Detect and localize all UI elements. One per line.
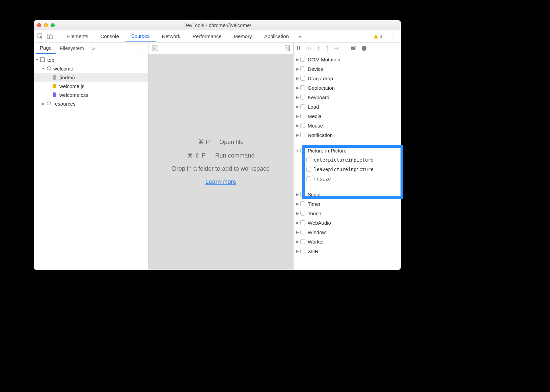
- checkbox[interactable]: [306, 167, 311, 172]
- tree-node-index[interactable]: (index): [34, 73, 148, 82]
- svg-rect-8: [297, 46, 298, 50]
- tab-elements[interactable]: Elements: [61, 30, 94, 42]
- checkbox[interactable]: [300, 220, 305, 225]
- show-debugger-icon[interactable]: [284, 46, 290, 51]
- tree-node-welcomecss[interactable]: welcome.css: [34, 90, 148, 99]
- event-listener-breakpoints[interactable]: ▶DOM Mutation ▶Device ▶Drag / drop ▶Geol…: [294, 54, 401, 270]
- checkbox[interactable]: [300, 95, 305, 100]
- subtabs-overflow[interactable]: »: [88, 43, 97, 54]
- warning-icon: [374, 34, 378, 38]
- event-category[interactable]: ▶DOM Mutation: [294, 55, 401, 64]
- step-over-icon[interactable]: [306, 46, 312, 51]
- svg-point-11: [318, 50, 319, 51]
- event-category[interactable]: ▶WebAudio: [294, 218, 401, 227]
- navigator-menu-icon[interactable]: ⋮: [136, 45, 146, 52]
- event-category[interactable]: ▶Worker: [294, 237, 401, 246]
- checkbox[interactable]: [306, 176, 311, 181]
- tab-application[interactable]: Application: [258, 30, 295, 42]
- event-item[interactable]: enterpictureinpicture: [294, 155, 401, 165]
- js-file-icon: [52, 83, 57, 89]
- event-category[interactable]: ▶Window: [294, 227, 401, 237]
- tree-label: welcome.js: [59, 83, 84, 89]
- learn-more-link[interactable]: Learn more: [205, 178, 236, 186]
- svg-point-12: [327, 50, 328, 51]
- devtools-window: DevTools - chrome://welcome/ Elements Co…: [34, 20, 401, 270]
- cloud-icon: [46, 101, 51, 106]
- event-category[interactable]: ▶Drag / drop: [294, 74, 401, 83]
- event-category[interactable]: ▶Media: [294, 111, 401, 121]
- checkbox[interactable]: [300, 239, 305, 244]
- checkbox[interactable]: [300, 123, 305, 128]
- step-out-icon[interactable]: [325, 46, 329, 51]
- event-category[interactable]: ▶XHR: [294, 246, 401, 256]
- checkbox[interactable]: [300, 66, 305, 71]
- checkbox[interactable]: [300, 230, 305, 234]
- event-category[interactable]: ▶Keyboard: [294, 92, 401, 102]
- checkbox[interactable]: [300, 201, 305, 206]
- tree-label: resources: [53, 101, 76, 107]
- event-category[interactable]: ▶Load: [294, 102, 401, 111]
- warnings-badge[interactable]: 3: [374, 34, 382, 39]
- svg-rect-5: [152, 46, 154, 51]
- tab-network[interactable]: Network: [156, 30, 187, 42]
- tab-sources[interactable]: Sources: [125, 30, 156, 42]
- tab-console[interactable]: Console: [94, 30, 125, 42]
- subtab-filesystem[interactable]: Filesystem: [56, 43, 88, 54]
- event-category[interactable]: ▶Timer: [294, 199, 401, 208]
- step-into-icon[interactable]: [317, 46, 321, 51]
- event-category[interactable]: ▶Notification: [294, 130, 401, 140]
- minimize-icon[interactable]: [44, 23, 48, 27]
- checkbox[interactable]: [300, 249, 305, 253]
- event-category-pip[interactable]: ▼Picture-in-Picture: [294, 146, 401, 155]
- settings-menu-icon[interactable]: ⋮: [388, 33, 398, 40]
- checkbox[interactable]: [306, 158, 311, 162]
- debugger-panel: ▶DOM Mutation ▶Device ▶Drag / drop ▶Geol…: [294, 43, 401, 270]
- tree-node-welcome[interactable]: ▼ welcome: [34, 64, 148, 73]
- event-category[interactable]: ▶Geolocation: [294, 83, 401, 92]
- tree-label: (index): [59, 75, 75, 80]
- step-icon[interactable]: [334, 46, 339, 51]
- file-tree[interactable]: ▼ top ▼ welcome (index) welcome.js: [34, 54, 148, 270]
- close-icon[interactable]: [37, 23, 41, 27]
- event-category[interactable]: ▶Script: [294, 190, 401, 199]
- deactivate-breakpoints-icon[interactable]: [351, 46, 357, 51]
- tab-memory[interactable]: Memory: [228, 30, 258, 42]
- devtools-tabbar: Elements Console Sources Network Perform…: [34, 30, 401, 43]
- tabs-overflow[interactable]: »: [295, 30, 304, 42]
- event-category[interactable]: ▶Device: [294, 64, 401, 74]
- disclosure-triangle-icon[interactable]: ▼: [41, 66, 45, 71]
- checkbox[interactable]: [300, 76, 305, 81]
- tree-node-top[interactable]: ▼ top: [34, 55, 148, 64]
- event-item[interactable]: leavepictureinpicture: [294, 165, 401, 174]
- checkbox[interactable]: [300, 148, 305, 153]
- titlebar: DevTools - chrome://welcome/: [34, 20, 401, 30]
- show-navigator-icon[interactable]: [152, 46, 158, 51]
- checkbox[interactable]: [300, 104, 305, 109]
- tree-node-welcomejs[interactable]: welcome.js: [34, 82, 148, 90]
- inspect-element-icon[interactable]: [36, 32, 45, 41]
- zoom-icon[interactable]: [51, 23, 55, 27]
- document-icon: [52, 75, 57, 80]
- editor-header: [148, 43, 293, 54]
- checkbox[interactable]: [300, 85, 305, 90]
- checkbox[interactable]: [300, 114, 305, 118]
- checkbox[interactable]: [300, 133, 305, 137]
- tree-node-resources[interactable]: ▶ resources: [34, 99, 148, 108]
- checkbox[interactable]: [300, 192, 305, 197]
- event-item[interactable]: resize: [294, 174, 401, 184]
- pause-on-exceptions-icon[interactable]: [361, 46, 367, 51]
- disclosure-triangle-icon[interactable]: ▼: [35, 58, 39, 62]
- shortcut-open-file: ⌘ P: [198, 138, 210, 146]
- event-category[interactable]: ▶Touch: [294, 208, 401, 218]
- editor-panel: ⌘ P Open file ⌘ ⇧ P Run command Drop in …: [148, 43, 294, 270]
- checkbox[interactable]: [300, 211, 305, 216]
- subtab-page[interactable]: Page: [36, 43, 56, 54]
- event-category[interactable]: ▶Mouse: [294, 121, 401, 130]
- device-toolbar-icon[interactable]: [45, 32, 55, 41]
- run-command-label: Run command: [215, 152, 254, 159]
- editor-empty-state: ⌘ P Open file ⌘ ⇧ P Run command Drop in …: [148, 54, 293, 270]
- tab-performance[interactable]: Performance: [187, 30, 228, 42]
- disclosure-triangle-icon[interactable]: ▶: [41, 102, 45, 106]
- checkbox[interactable]: [300, 57, 305, 62]
- pause-icon[interactable]: [296, 46, 301, 51]
